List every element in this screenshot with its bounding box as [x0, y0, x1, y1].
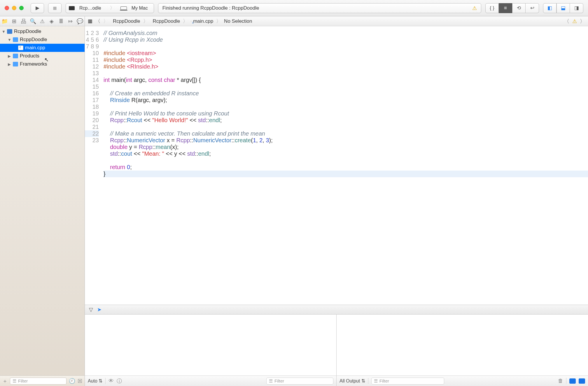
crumb-file[interactable]: main.cpp: [191, 18, 213, 24]
standard-editor-button[interactable]: { }: [485, 3, 499, 13]
add-button[interactable]: ＋: [2, 378, 8, 385]
debug-bar: ▽ ➤: [85, 305, 588, 315]
jump-bar: ▦ 〈 〉 RcppDoodle 〉 RcppDoodle 〉 main.cpp…: [85, 16, 588, 26]
tree-project-node[interactable]: ▼ RcppDoodle: [0, 27, 85, 36]
debug-area: Auto ⇅ 👁 ⓘ ☰ Filter All Output ⇅: [85, 315, 588, 386]
issue-navigator-tab[interactable]: ⚠︎: [38, 18, 47, 24]
panel-toggles: ◧ ⬓ ◨: [543, 3, 583, 13]
jump-prev-button[interactable]: 〈: [564, 18, 569, 25]
debug-continue-icon[interactable]: ➤: [97, 306, 102, 313]
crumb-group[interactable]: RcppDoodle: [151, 18, 180, 24]
status-text: Finished running RcppDoodle : RcppDoodle: [162, 5, 259, 11]
symbol-navigator-tab[interactable]: 品: [19, 18, 28, 25]
window-controls: [5, 6, 24, 10]
tree-group-node[interactable]: ▼ RcppDoodle: [0, 36, 85, 44]
editor-mode-seg: { } ≡ ⟲ ↩: [485, 3, 539, 13]
chevron-right-icon: 〉: [143, 18, 148, 24]
scheme-selector[interactable]: Rcp…odle 〉 My Mac: [66, 3, 154, 13]
run-button[interactable]: ▶: [31, 3, 44, 13]
report-navigator-tab[interactable]: 💬: [75, 18, 85, 24]
navigator-filter-field[interactable]: ☰ Filter: [10, 378, 66, 385]
console-mode-selector[interactable]: All Output ⇅: [340, 378, 365, 384]
variables-filter-field[interactable]: ☰ Filter: [266, 378, 333, 385]
version-editor-button[interactable]: ⟲: [512, 3, 526, 13]
crumb-selection[interactable]: No Selection: [224, 18, 252, 24]
close-window-button[interactable]: [5, 6, 9, 10]
assistant-editor-button[interactable]: ≡: [499, 3, 512, 13]
debug-navigator-tab[interactable]: ≣: [56, 18, 66, 24]
folder-icon: [13, 54, 18, 58]
nav-back-button[interactable]: 〈: [95, 18, 100, 24]
filter-icon: ☰: [374, 378, 378, 384]
console-body[interactable]: [337, 315, 588, 376]
warning-icon[interactable]: ⚠︎: [472, 5, 477, 11]
activity-status[interactable]: Finished running RcppDoodle : RcppDoodle…: [158, 3, 481, 13]
variables-mode-selector[interactable]: Auto ⇅: [88, 378, 102, 384]
related-items-icon[interactable]: ▦: [88, 18, 92, 24]
chevron-right-icon[interactable]: ▶: [8, 62, 11, 66]
jump-warning-icon[interactable]: ⚠︎: [572, 18, 577, 24]
project-tree[interactable]: ▼ RcppDoodle ▼ RcppDoodle main.cpp ▶ Pro…: [0, 26, 85, 376]
show-variables-toggle[interactable]: [569, 378, 576, 384]
breakpoint-navigator-tab[interactable]: ⤇: [66, 18, 75, 24]
minimize-window-button[interactable]: [12, 6, 16, 10]
cpp-file-icon: [18, 45, 23, 50]
info-icon[interactable]: ⓘ: [117, 378, 122, 385]
laptop-icon: [120, 6, 127, 10]
project-icon: [7, 29, 12, 34]
tree-file-label: main.cpp: [25, 45, 45, 51]
navigator-panel: 📁 ⊞ 品 🔍 ⚠︎ ◈ ≣ ⤇ 💬 ▼ RcppDoodle ▼ RcppDo…: [0, 16, 85, 386]
show-console-toggle[interactable]: [579, 378, 585, 384]
scm-filter-icon[interactable]: ☒: [78, 378, 82, 384]
line-number-gutter[interactable]: 1 2 3 4 5 6 7 8 9 10 11 12 13 14 15 16 1…: [85, 26, 102, 305]
stop-button[interactable]: ◼: [48, 3, 62, 13]
quicklook-icon[interactable]: 👁: [108, 378, 114, 384]
source-control-navigator-tab[interactable]: ⊞: [9, 18, 19, 24]
project-navigator-tab[interactable]: 📁: [0, 18, 9, 24]
chevron-right-icon: 〉: [216, 18, 221, 24]
main-area: 📁 ⊞ 品 🔍 ⚠︎ ◈ ≣ ⤇ 💬 ▼ RcppDoodle ▼ RcppDo…: [0, 16, 588, 386]
test-navigator-tab[interactable]: ◈: [47, 18, 56, 24]
terminal-icon: [69, 6, 75, 10]
chevron-down-icon[interactable]: ▼: [8, 38, 11, 42]
tree-file-node-main[interactable]: main.cpp: [0, 44, 85, 52]
source-editor[interactable]: 1 2 3 4 5 6 7 8 9 10 11 12 13 14 15 16 1…: [85, 26, 588, 305]
console-filter-field[interactable]: ☰ Filter: [371, 378, 444, 385]
review-editor-button[interactable]: ↩: [526, 3, 539, 13]
toggle-navigator-button[interactable]: ◧: [543, 3, 556, 13]
console-view: All Output ⇅ ☰ Filter 🗑: [336, 315, 588, 386]
tree-project-label: RcppDoodle: [14, 29, 41, 34]
variables-footer: Auto ⇅ 👁 ⓘ ☰ Filter: [85, 376, 336, 386]
navigator-selector: 📁 ⊞ 品 🔍 ⚠︎ ◈ ≣ ⤇ 💬: [0, 16, 85, 26]
tree-frameworks-node[interactable]: ▶ Frameworks: [0, 60, 85, 68]
crumb-project[interactable]: RcppDoodle: [111, 18, 140, 24]
scheme-target-label: Rcp…odle: [76, 6, 104, 11]
clear-console-button[interactable]: 🗑: [558, 378, 563, 384]
scheme-device-label: My Mac: [129, 6, 151, 11]
nav-forward-button[interactable]: 〉: [103, 18, 108, 24]
filter-icon: ☰: [13, 378, 16, 384]
zoom-window-button[interactable]: [19, 6, 24, 10]
editor-column: ▦ 〈 〉 RcppDoodle 〉 RcppDoodle 〉 main.cpp…: [85, 16, 588, 386]
tree-products-label: Products: [20, 53, 39, 59]
filter-icon: ☰: [269, 378, 273, 384]
debug-hide-button[interactable]: ▽: [89, 306, 93, 313]
find-navigator-tab[interactable]: 🔍: [28, 18, 38, 24]
code-content[interactable]: // GormAnalysis.com // Using Rcpp in Xco…: [102, 26, 588, 305]
navigator-filter-placeholder: Filter: [18, 378, 28, 383]
tree-frameworks-label: Frameworks: [20, 61, 47, 67]
toggle-inspector-button[interactable]: ◨: [570, 3, 583, 13]
variables-view: Auto ⇅ 👁 ⓘ ☰ Filter: [85, 315, 336, 386]
recent-filter-icon[interactable]: 🕘: [69, 378, 75, 384]
cpp-file-icon: [191, 21, 191, 22]
jump-next-button[interactable]: 〉: [580, 18, 585, 25]
chevron-right-icon: 〉: [183, 18, 188, 24]
variables-body[interactable]: [85, 315, 336, 376]
toggle-debug-area-button[interactable]: ⬓: [556, 3, 570, 13]
chevron-down-icon[interactable]: ▼: [2, 29, 5, 34]
console-footer: All Output ⇅ ☰ Filter 🗑: [337, 376, 588, 386]
navigator-footer: ＋ ☰ Filter 🕘 ☒: [0, 376, 85, 386]
chevron-right-icon[interactable]: ▶: [8, 54, 11, 58]
tree-products-node[interactable]: ▶ Products: [0, 52, 85, 60]
folder-icon: [13, 37, 18, 42]
